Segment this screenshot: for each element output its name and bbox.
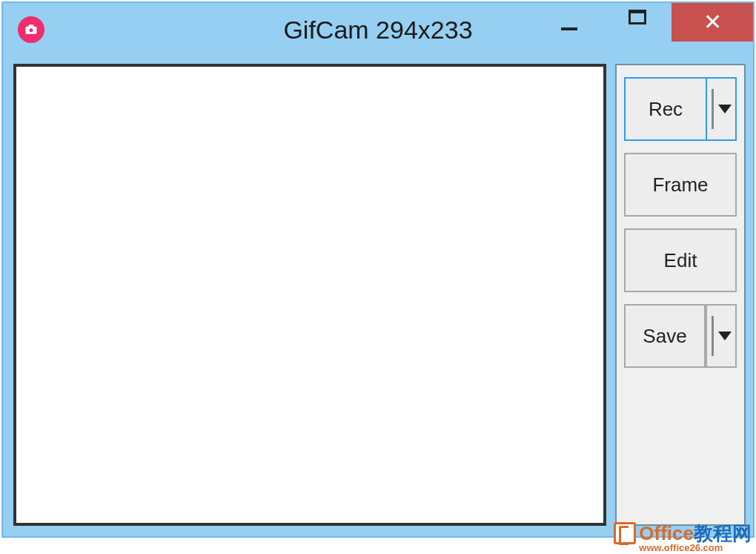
caption-buttons: ✕: [535, 3, 753, 42]
app-window: GifCam 294x233 ✕ Rec: [1, 1, 755, 538]
minimize-icon: [561, 27, 577, 30]
titlebar[interactable]: GifCam 294x233 ✕: [3, 3, 753, 56]
frame-button[interactable]: Frame: [624, 153, 737, 217]
separator-icon: [712, 89, 714, 129]
watermark-brand: Office教程网: [614, 522, 752, 544]
office-logo-icon: [614, 522, 636, 544]
rec-dropdown-button[interactable]: [706, 77, 737, 141]
svg-rect-2: [29, 24, 34, 27]
side-panel: Rec Frame Edit Save: [615, 64, 746, 526]
svg-point-1: [30, 28, 33, 32]
edit-button[interactable]: Edit: [624, 228, 737, 292]
maximize-icon: [629, 10, 646, 24]
save-button[interactable]: Save: [624, 304, 706, 368]
separator-icon: [712, 316, 714, 356]
app-icon: [18, 16, 44, 43]
save-dropdown-button[interactable]: [706, 304, 737, 368]
close-icon: ✕: [703, 11, 722, 33]
chevron-down-icon: [718, 105, 732, 113]
capture-region[interactable]: [13, 64, 606, 526]
rec-button-group: Rec: [624, 77, 737, 141]
save-button-group: Save: [624, 304, 737, 368]
rec-button[interactable]: Rec: [624, 77, 706, 141]
maximize-button[interactable]: [603, 3, 672, 42]
chevron-down-icon: [718, 332, 732, 340]
minimize-button[interactable]: [535, 3, 603, 42]
body-area: Rec Frame Edit Save: [3, 56, 753, 536]
watermark-text: Office教程网: [639, 524, 752, 543]
watermark-url: www.office26.com: [639, 543, 723, 553]
watermark: Office教程网 www.office26.com: [614, 522, 752, 553]
close-button[interactable]: ✕: [672, 3, 753, 42]
